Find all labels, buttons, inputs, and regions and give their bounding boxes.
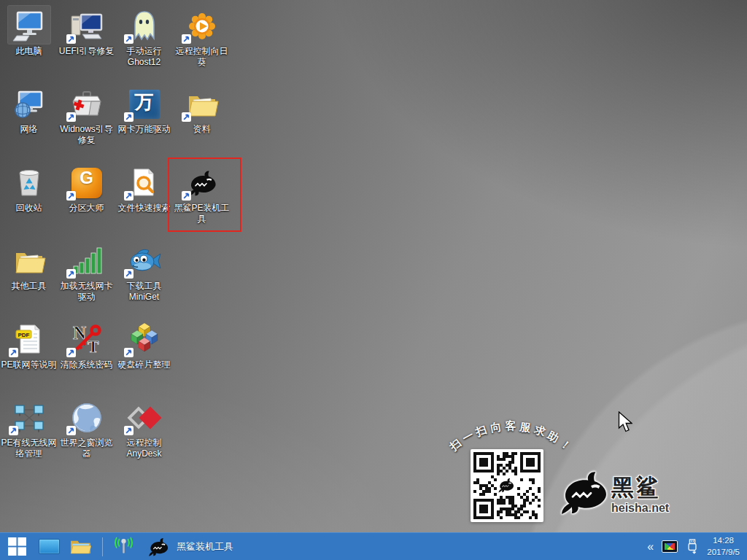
hidden-icons-chevron[interactable]: « xyxy=(647,541,654,553)
file-search-icon xyxy=(123,163,166,201)
desktop-icon-label: 文件快速搜索 xyxy=(115,203,173,214)
desktop-icon-label: PE联网等说明 xyxy=(0,359,58,370)
shortcut-arrow-icon xyxy=(124,112,133,122)
shortcut-arrow-icon xyxy=(124,191,133,201)
shark-icon xyxy=(146,536,171,558)
shortcut-arrow-icon xyxy=(124,34,133,44)
recycle-bin-icon xyxy=(8,163,50,201)
desktop-icon-pe-network-manager[interactable]: PE有线无线网络管理 xyxy=(0,397,58,459)
desktop-icon-load-wireless-driver[interactable]: 加载无线网卡驱动 xyxy=(58,241,115,303)
desktop-icon-label: 此电脑 xyxy=(0,46,58,57)
desktop-icon-partition-master[interactable]: G分区大师 xyxy=(58,163,115,214)
pc-icon xyxy=(8,6,50,44)
blue-window-icon xyxy=(39,539,60,554)
desktop-icon-uefi-boot-repair[interactable]: UEFI引导修复 xyxy=(58,6,115,57)
shortcut-arrow-icon xyxy=(182,112,191,122)
brand-name: 黑鲨 xyxy=(611,472,661,503)
toolbox-icon xyxy=(66,84,108,122)
taskbar-tray: « 14:28 2017/9/5 xyxy=(647,533,747,560)
taskbar-separator xyxy=(102,537,103,556)
desktop-icon-label: 远程控制向日葵 xyxy=(173,46,231,68)
taskbar: 黑鲨装机工具 « 14:28 2017/9/5 xyxy=(0,532,747,560)
shortcut-arrow-icon xyxy=(124,426,133,435)
taskbar-left: 黑鲨装机工具 xyxy=(0,533,241,560)
desktop-icon-remote-anydesk[interactable]: 远程控制AnyDesk xyxy=(115,397,173,459)
desktop-icon-label: 手动运行Ghost12 xyxy=(115,46,173,68)
display-color-icon[interactable] xyxy=(662,540,678,553)
shortcut-arrow-icon xyxy=(66,34,76,44)
nt-password-icon: NT xyxy=(66,319,108,357)
clock-time: 14:28 xyxy=(707,535,740,547)
desktop-icon-windows-boot-repair[interactable]: Widnows引导修复 xyxy=(58,84,115,146)
color-screen xyxy=(665,543,675,550)
shortcut-arrow-icon xyxy=(66,191,76,201)
desktop-icon-nic-universal-driver[interactable]: 万网卡万能驱动 xyxy=(115,84,173,135)
desktop-icon-recycle-bin[interactable]: 回收站 xyxy=(0,163,58,214)
shortcut-arrow-icon xyxy=(124,348,133,357)
desktop-icon-disk-defrag[interactable]: 硬盘碎片整理 xyxy=(115,319,173,370)
desktop-icon-label: 网卡万能驱动 xyxy=(115,124,173,135)
desktop-icon-label: 硬盘碎片整理 xyxy=(115,359,173,370)
desktop-icon-label: 下载工具MiniGet xyxy=(115,281,173,303)
folder-icon xyxy=(181,84,223,122)
network-icon xyxy=(8,84,50,122)
shortcut-arrow-icon xyxy=(182,34,191,44)
shortcut-arrow-icon xyxy=(9,426,18,435)
windows-logo-icon xyxy=(8,537,26,556)
shortcut-arrow-icon xyxy=(124,269,133,279)
pdf-doc-icon: PDF xyxy=(8,319,50,357)
defrag-cubes-icon xyxy=(123,319,166,357)
file-explorer-icon[interactable] xyxy=(70,537,91,556)
taskbar-app-heisha[interactable]: 黑鲨装机工具 xyxy=(139,533,241,560)
wan-driver-icon: 万 xyxy=(123,84,166,122)
taskbar-app-label: 黑鲨装机工具 xyxy=(177,540,233,553)
desktop-icon-other-tools[interactable]: 其他工具 xyxy=(0,241,58,292)
clock-date: 2017/9/5 xyxy=(707,547,740,559)
desktop-icon-label: 远程控制AnyDesk xyxy=(115,438,173,459)
window-app-icon[interactable] xyxy=(39,539,60,554)
shortcut-arrow-icon xyxy=(66,269,76,279)
svg-text:PDF: PDF xyxy=(18,331,29,338)
usb-eject-icon[interactable] xyxy=(686,538,699,555)
desktop-icon-grid: 此电脑UEFI引导修复手动运行Ghost12远程控制向日葵网络Widnows引导… xyxy=(0,0,747,532)
desktop-icon-label: 其他工具 xyxy=(0,281,58,292)
heisha-logo-shark-icon xyxy=(554,465,613,519)
desktop-icon-label: 网络 xyxy=(0,124,58,135)
desktop-icon-run-ghost12[interactable]: 手动运行Ghost12 xyxy=(115,6,173,68)
desktop-pc-icon xyxy=(66,6,108,44)
desktop-icon-network[interactable]: 网络 xyxy=(0,84,58,135)
start-button[interactable] xyxy=(0,533,34,560)
anydesk-icon xyxy=(123,397,166,435)
shortcut-arrow-icon xyxy=(9,348,18,357)
desktop-icon-clear-system-password[interactable]: NT清除系统密码 xyxy=(58,319,115,370)
shortcut-arrow-icon xyxy=(66,348,76,357)
sunflower-icon xyxy=(181,6,223,44)
folder-icon xyxy=(8,241,50,279)
desktop-screen: 此电脑UEFI引导修复手动运行Ghost12远程控制向日葵网络Widnows引导… xyxy=(0,0,747,560)
desktop-icon-this-pc[interactable]: 此电脑 xyxy=(0,6,58,57)
desktop-icon-world-window-browser[interactable]: 世界之窗浏览器 xyxy=(58,397,115,459)
desktop-icon-pe-network-readme[interactable]: PDFPE联网等说明 xyxy=(0,319,58,370)
desktop-icon-materials[interactable]: 资料 xyxy=(173,84,231,135)
ghost-icon xyxy=(123,6,166,44)
svg-text:T: T xyxy=(88,338,98,356)
desktop-icon-label: 分区大师 xyxy=(58,203,115,214)
desktop-icon-miniget[interactable]: 下载工具MiniGet xyxy=(115,241,173,303)
desktop-icon-label: 回收站 xyxy=(0,203,58,214)
desktop-icon-file-quick-search[interactable]: 文件快速搜索 xyxy=(115,163,173,214)
qr-code xyxy=(471,449,543,522)
desktop-icon-remote-sunflower[interactable]: 远程控制向日葵 xyxy=(173,6,231,68)
shortcut-arrow-icon xyxy=(66,426,76,435)
wifi-status-icon[interactable] xyxy=(114,537,133,556)
taskbar-clock[interactable]: 14:28 2017/9/5 xyxy=(707,535,740,558)
globe-browser-icon xyxy=(66,397,108,435)
fish-icon xyxy=(123,241,166,279)
desktop-icon-label: PE有线无线网络管理 xyxy=(0,438,58,459)
diskgenius-icon: G xyxy=(66,163,108,201)
shortcut-arrow-icon xyxy=(66,112,76,122)
signal-bars-icon xyxy=(66,241,108,279)
folder-icon xyxy=(70,537,91,556)
brand-site: heisha.net xyxy=(611,502,669,515)
highlight-box xyxy=(168,158,241,232)
network-manager-icon xyxy=(8,397,50,435)
